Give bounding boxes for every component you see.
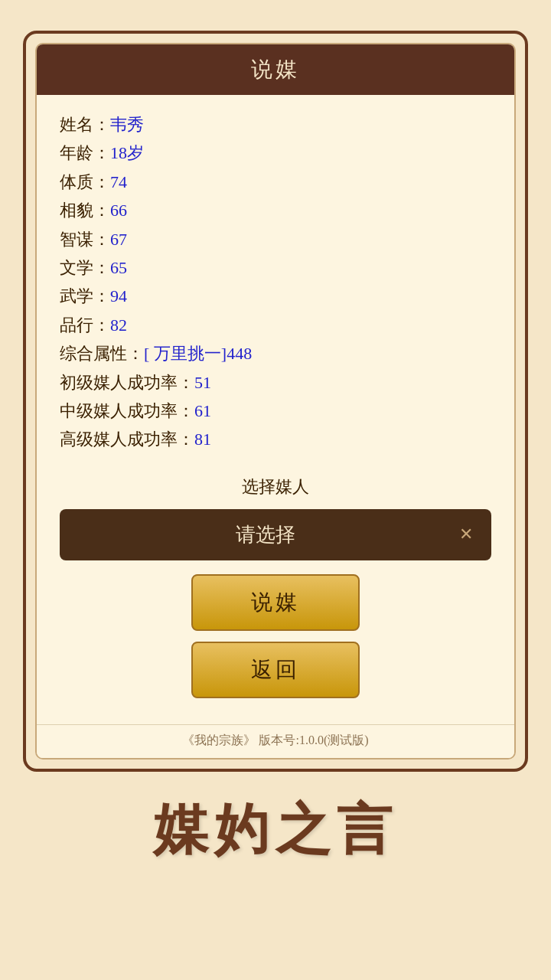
senior-label: 高级媒人成功率： xyxy=(60,430,194,449)
mid-label: 中级媒人成功率： xyxy=(60,401,194,420)
card-footer: 《我的宗族》 版本号:1.0.0(测试版) xyxy=(37,724,514,758)
mid-value: 61 xyxy=(194,401,211,420)
strategy-label: 智谋： xyxy=(60,230,110,249)
footer-text: 《我的宗族》 版本号:1.0.0(测试版) xyxy=(182,733,368,746)
header-title: 说媒 xyxy=(251,57,300,81)
select-label: 选择媒人 xyxy=(60,475,491,498)
constitution-value: 74 xyxy=(110,172,127,191)
back-button[interactable]: 返回 xyxy=(191,642,360,698)
name-label: 姓名： xyxy=(60,115,110,134)
senior-row: 高级媒人成功率：81 xyxy=(60,425,491,453)
conduct-label: 品行： xyxy=(60,315,110,335)
age-row: 年龄：18岁 xyxy=(60,139,491,167)
name-row: 姓名：韦秀 xyxy=(60,110,491,139)
action-button[interactable]: 说媒 xyxy=(191,574,360,631)
composite-label: 综合属性： xyxy=(60,344,144,363)
appearance-row: 相貌：66 xyxy=(60,196,491,224)
junior-row: 初级媒人成功率：51 xyxy=(60,368,491,397)
select-dropdown[interactable]: 请选择 ✕ xyxy=(60,509,491,560)
mid-row: 中级媒人成功率：61 xyxy=(60,397,491,425)
inner-card: 说媒 姓名：韦秀 年龄：18岁 体质：74 相貌：66 智谋：67 xyxy=(35,43,516,760)
constitution-label: 体质： xyxy=(60,172,110,191)
conduct-row: 品行：82 xyxy=(60,311,491,339)
literature-row: 文学：65 xyxy=(60,253,491,282)
composite-row: 综合属性：[ 万里挑一]448 xyxy=(60,339,491,368)
appearance-label: 相貌： xyxy=(60,201,110,220)
close-icon: ✕ xyxy=(459,524,473,544)
composite-value: 448 xyxy=(227,344,252,363)
age-label: 年龄： xyxy=(60,143,110,162)
appearance-value: 66 xyxy=(110,201,127,220)
martial-row: 武学：94 xyxy=(60,282,491,310)
name-value: 韦秀 xyxy=(110,115,144,134)
card-body: 姓名：韦秀 年龄：18岁 体质：74 相貌：66 智谋：67 文学：65 xyxy=(37,95,514,724)
senior-value: 81 xyxy=(194,430,211,449)
martial-value: 94 xyxy=(110,286,127,305)
literature-value: 65 xyxy=(110,258,127,277)
card-header: 说媒 xyxy=(37,44,514,95)
martial-label: 武学： xyxy=(60,286,110,305)
constitution-row: 体质：74 xyxy=(60,168,491,196)
age-value: 18岁 xyxy=(110,143,144,162)
junior-value: 51 xyxy=(194,373,211,392)
divider xyxy=(60,462,491,475)
junior-label: 初级媒人成功率： xyxy=(60,373,194,392)
select-placeholder: 请选择 xyxy=(78,521,453,548)
info-section: 姓名：韦秀 年龄：18岁 体质：74 相貌：66 智谋：67 文学：65 xyxy=(60,110,491,454)
strategy-row: 智谋：67 xyxy=(60,225,491,253)
conduct-value: 82 xyxy=(110,315,127,335)
outer-frame: 说媒 姓名：韦秀 年龄：18岁 体质：74 相貌：66 智谋：67 xyxy=(23,31,528,772)
literature-label: 文学： xyxy=(60,258,110,277)
strategy-value: 67 xyxy=(110,230,127,249)
composite-tag: [ 万里挑一] xyxy=(144,344,227,363)
bottom-title: 媒妁之言 xyxy=(153,793,398,867)
